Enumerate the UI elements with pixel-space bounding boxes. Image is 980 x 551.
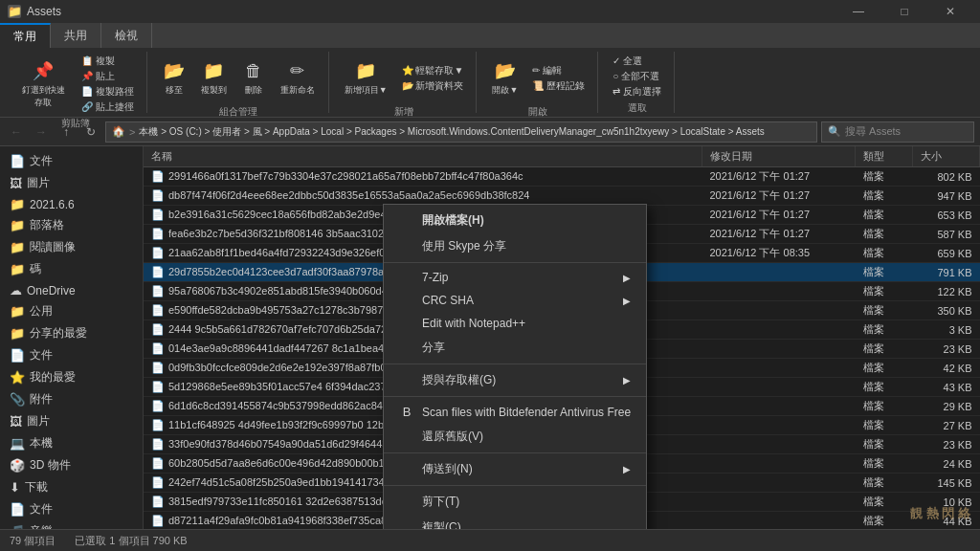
rename-button[interactable]: ✏ 重新命名 bbox=[275, 54, 321, 103]
minimize-button[interactable]: — bbox=[836, 0, 880, 23]
copy-to-button[interactable]: 📁 複製到 bbox=[195, 54, 233, 103]
ctx-item-分享[interactable]: 分享 bbox=[384, 335, 646, 361]
ctx-item-複製C[interactable]: 複製(C) bbox=[384, 515, 646, 529]
file-date bbox=[702, 454, 856, 474]
tab-home[interactable]: 常用 bbox=[0, 23, 51, 48]
tab-view[interactable]: 檢視 bbox=[101, 23, 152, 48]
ctx-item-label: Edit with Notepad++ bbox=[422, 317, 525, 330]
ctx-item-label: 還原舊版(V) bbox=[422, 429, 483, 445]
sidebar-item-圖片[interactable]: 🖼圖片 bbox=[0, 410, 143, 432]
sidebar-item-下載[interactable]: ⬇下載 bbox=[0, 476, 143, 498]
file-type: 檔案 bbox=[856, 244, 913, 263]
ribbon-tabs: 常用 共用 檢視 bbox=[0, 23, 980, 48]
sidebar-label: 部落格 bbox=[30, 217, 64, 233]
ctx-item-傳送到N[interactable]: 傳送到(N)▶ bbox=[384, 456, 646, 482]
sidebar-item-部落格[interactable]: 📁部落格 bbox=[0, 214, 143, 236]
file-icon: 📄 bbox=[151, 323, 165, 335]
file-icon: 📄 bbox=[151, 266, 165, 277]
ctx-separator bbox=[384, 262, 646, 263]
table-row[interactable]: 📄db87f474f06f2d4eee68ee2dbbc50d3835e1655… bbox=[144, 187, 980, 206]
ctx-arrow-icon: ▶ bbox=[623, 464, 631, 474]
sidebar-item-碼[interactable]: 📁碼 bbox=[0, 258, 143, 280]
file-size: 23 KB bbox=[913, 435, 980, 454]
sidebar-icon: ⬇ bbox=[10, 480, 20, 495]
copy-button[interactable]: 📋 複製 bbox=[77, 54, 139, 69]
refresh-button[interactable]: ↻ bbox=[80, 121, 101, 143]
sidebar-item-分享的最愛[interactable]: 📁分享的最愛 bbox=[0, 322, 143, 344]
ctx-item-EditwithNotepad++[interactable]: Edit with Notepad++ bbox=[384, 312, 646, 335]
organize-buttons: 📂 移至 📁 複製到 🗑 刪除 ✏ 重新命名 bbox=[157, 54, 321, 103]
address-path[interactable]: 🏠 > 本機 > OS (C:) > 使用者 > 風 > AppData > L… bbox=[105, 121, 817, 143]
ctx-item-還原舊版V[interactable]: 還原舊版(V) bbox=[384, 424, 646, 450]
sidebar-item-3D 物件[interactable]: 🎲3D 物件 bbox=[0, 454, 143, 476]
ctx-item-開啟檔案H[interactable]: 開啟檔案(H) bbox=[384, 208, 646, 233]
col-date[interactable]: 修改日期 bbox=[702, 146, 856, 167]
sidebar-item-閱讀圖像[interactable]: 📁閱讀圖像 bbox=[0, 236, 143, 258]
ctx-item-CRCSHA[interactable]: CRC SHA▶ bbox=[384, 289, 646, 312]
new-item-button[interactable]: 📁 新增項目▼ bbox=[339, 54, 393, 103]
col-type[interactable]: 類型 bbox=[856, 146, 913, 167]
file-date: 2021/6/12 下午 01:27 bbox=[702, 206, 856, 225]
sidebar-item-音樂[interactable]: 🎵音樂 bbox=[0, 520, 143, 529]
sidebar-item-文件[interactable]: 📄文件 bbox=[0, 344, 143, 366]
table-row[interactable]: 📄2991466a0f1317bef7c79b3304e37c298021a65… bbox=[144, 167, 980, 187]
delete-button[interactable]: 🗑 刪除 bbox=[236, 54, 271, 103]
ctx-item-使用Skype分享[interactable]: 使用 Skype 分享 bbox=[384, 233, 646, 259]
file-date: 2021/6/12 下午 01:27 bbox=[702, 167, 856, 187]
sidebar-label: 下載 bbox=[25, 479, 48, 496]
select-none-button[interactable]: ○ 全部不選 bbox=[608, 69, 666, 84]
ctx-separator bbox=[384, 364, 646, 364]
file-date bbox=[702, 378, 856, 397]
file-type: 檔案 bbox=[856, 187, 913, 206]
select-all-button[interactable]: ✓ 全選 bbox=[608, 54, 666, 69]
file-icon: 📄 bbox=[151, 342, 165, 354]
file-icon: 📄 bbox=[151, 400, 165, 411]
ctx-item-7-Zip[interactable]: 7-Zip▶ bbox=[384, 266, 646, 289]
title-bar: 📁 Assets — □ ✕ bbox=[0, 0, 980, 23]
sidebar-item-圖片[interactable]: 🖼圖片 bbox=[0, 172, 143, 194]
up-button[interactable]: ↑ bbox=[56, 121, 77, 143]
back-button[interactable]: ← bbox=[6, 121, 27, 143]
new-folder-button[interactable]: 📂 新增資料夾 bbox=[397, 78, 469, 94]
sidebar-label: 分享的最愛 bbox=[30, 325, 87, 342]
ctx-item-ScanfileswithBitdefenderAntivirusFree[interactable]: BScan files with Bitdefender Antivirus F… bbox=[384, 400, 646, 424]
sidebar-item-本機[interactable]: 💻本機 bbox=[0, 432, 143, 454]
sidebar-item-OneDrive[interactable]: ☁OneDrive bbox=[0, 280, 143, 300]
file-type: 檔案 bbox=[856, 320, 913, 340]
maximize-button[interactable]: □ bbox=[882, 0, 926, 23]
col-name[interactable]: 名稱 bbox=[144, 146, 702, 167]
pin-button[interactable]: 📌 釘選到快速存取 bbox=[13, 59, 73, 109]
sidebar-item-文件[interactable]: 📄文件 bbox=[0, 498, 143, 520]
sidebar-item-文件[interactable]: 📄文件 bbox=[0, 150, 143, 172]
file-size: 44 KB bbox=[913, 512, 980, 530]
sidebar-item-公用[interactable]: 📁公用 bbox=[0, 300, 143, 322]
ribbon-group-clipboard: 📌 釘選到快速存取 📋 複製 📌 貼上 📄 複製路徑 🔗 貼上捷徑 剪貼簿 bbox=[6, 52, 147, 113]
edit-button[interactable]: ✏ 編輯 bbox=[527, 63, 590, 78]
sidebar-item-2021.6.6[interactable]: 📁2021.6.6 bbox=[0, 194, 143, 214]
col-size[interactable]: 大小 bbox=[913, 146, 980, 167]
tab-share[interactable]: 共用 bbox=[51, 23, 101, 48]
open-buttons: 📂 開啟▼ ✏ 編輯 📜 歷程記錄 bbox=[486, 54, 590, 103]
open-button[interactable]: 📂 開啟▼ bbox=[486, 54, 523, 103]
move-to-button[interactable]: 📂 移至 bbox=[157, 54, 191, 103]
new-buttons: 📁 新增項目▼ ⭐ 輕鬆存取▼ 📂 新增資料夾 bbox=[339, 54, 469, 103]
sidebar-label: 碼 bbox=[30, 261, 41, 277]
invert-select-button[interactable]: ⇄ 反向選擇 bbox=[608, 84, 666, 99]
ctx-item-剪下T[interactable]: 剪下(T) bbox=[384, 489, 646, 515]
history-button[interactable]: 📜 歷程記錄 bbox=[527, 78, 590, 94]
close-button[interactable]: ✕ bbox=[928, 0, 972, 23]
forward-button[interactable]: → bbox=[31, 121, 52, 143]
file-size: 43 KB bbox=[913, 378, 980, 397]
search-box[interactable]: 🔍 搜尋 Assets bbox=[821, 121, 974, 143]
sidebar-label: 圖片 bbox=[27, 413, 50, 430]
paste-shortcut-button[interactable]: 🔗 貼上捷徑 bbox=[77, 99, 139, 115]
easy-access-button[interactable]: ⭐ 輕鬆存取▼ bbox=[397, 63, 469, 78]
clipboard-col: 📋 複製 📌 貼上 📄 複製路徑 🔗 貼上捷徑 bbox=[77, 54, 139, 115]
sidebar-item-附件[interactable]: 📎附件 bbox=[0, 388, 143, 410]
ctx-item-授與存取權G[interactable]: 授與存取權(G)▶ bbox=[384, 367, 646, 393]
sidebar-item-我的最愛[interactable]: ⭐我的最愛 bbox=[0, 366, 143, 388]
copy-path-button[interactable]: 📄 複製路徑 bbox=[77, 84, 139, 99]
file-date bbox=[702, 359, 856, 378]
file-date: 2021/6/12 下午 01:27 bbox=[702, 187, 856, 206]
paste-button[interactable]: 📌 貼上 bbox=[77, 69, 139, 84]
